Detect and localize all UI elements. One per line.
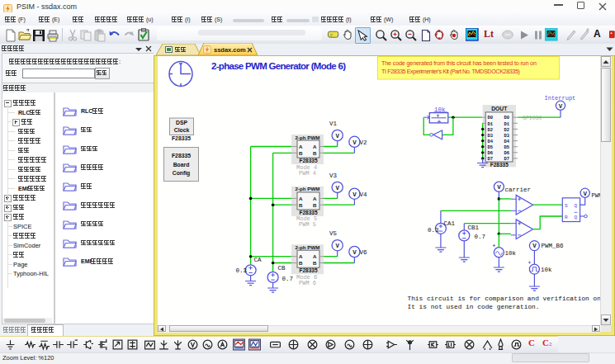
svg-text:B: B xyxy=(299,260,303,266)
svg-text:V: V xyxy=(352,191,357,198)
svg-text:D3: D3 xyxy=(504,133,510,139)
svg-text:V: V xyxy=(352,139,357,146)
svg-text:V: V xyxy=(583,191,587,197)
svg-text:10k: 10k xyxy=(505,250,517,257)
svg-text:D4: D4 xyxy=(504,139,510,144)
svg-text:A: A xyxy=(313,253,317,259)
svg-text:D2: D2 xyxy=(488,127,494,133)
svg-text:F28335: F28335 xyxy=(172,135,191,141)
svg-text:F28335: F28335 xyxy=(299,267,317,273)
svg-text:A: A xyxy=(313,144,317,149)
svg-text:A: A xyxy=(313,196,317,201)
svg-text:V5: V5 xyxy=(329,230,338,237)
svg-text:PWM 6: PWM 6 xyxy=(299,280,316,286)
svg-text:CB1: CB1 xyxy=(468,225,480,231)
svg-text:V3: V3 xyxy=(329,173,338,179)
svg-text:D6: D6 xyxy=(488,150,494,156)
svg-text:PWM 5: PWM 5 xyxy=(299,221,316,228)
svg-text:A: A xyxy=(299,144,303,149)
svg-text:2-ph PWM: 2-ph PWM xyxy=(296,135,320,140)
svg-text:D5: D5 xyxy=(488,144,494,150)
svg-text:PWM_B6: PWM_B6 xyxy=(542,243,565,249)
svg-text:This circuit is for comparison: This circuit is for comparison and verif… xyxy=(408,295,601,302)
svg-text:B: B xyxy=(313,260,317,266)
svg-text:S: S xyxy=(565,203,568,209)
svg-text:V1: V1 xyxy=(329,121,338,127)
svg-text:V2: V2 xyxy=(360,139,367,146)
svg-text:A: A xyxy=(299,253,303,259)
svg-text:B: B xyxy=(299,202,303,208)
svg-text:D4: D4 xyxy=(488,139,494,144)
svg-text:TI F28335 Experimenter's Kit (: TI F28335 Experimenter's Kit (Part No. T… xyxy=(381,68,520,75)
svg-text:B: B xyxy=(313,202,317,208)
svg-text:0.7: 0.7 xyxy=(475,234,486,240)
svg-text:V: V xyxy=(335,133,339,139)
svg-text:F28335: F28335 xyxy=(299,158,317,163)
svg-text:V: V xyxy=(559,103,563,110)
svg-text:PWM 4: PWM 4 xyxy=(299,170,316,177)
svg-text:D1: D1 xyxy=(488,121,494,127)
svg-text:CA1: CA1 xyxy=(444,220,456,227)
svg-text:CB: CB xyxy=(278,265,286,272)
svg-text:10k: 10k xyxy=(541,267,552,273)
svg-text:V6: V6 xyxy=(360,249,368,256)
svg-text:D3: D3 xyxy=(488,133,494,139)
svg-text:V: V xyxy=(497,184,501,191)
svg-text:A: A xyxy=(299,196,303,201)
svg-text:2-phase PWM Generator (Mode 6): 2-phase PWM Generator (Mode 6) xyxy=(211,61,346,71)
svg-text:PWM_6: PWM_6 xyxy=(592,192,600,199)
svg-text:F28335: F28335 xyxy=(299,210,317,215)
svg-text:Q: Q xyxy=(575,215,578,220)
svg-text:0.7: 0.7 xyxy=(282,276,294,282)
svg-text:It is not used in code generat: It is not used in code generation. xyxy=(408,304,540,310)
svg-text:0.3: 0.3 xyxy=(428,227,439,234)
svg-text:CA: CA xyxy=(254,257,263,263)
svg-text:V4: V4 xyxy=(360,191,368,198)
svg-text:V: V xyxy=(352,249,357,256)
svg-text:0.3: 0.3 xyxy=(236,267,248,274)
svg-text:D1: D1 xyxy=(504,121,510,127)
svg-text:2-ph PWM: 2-ph PWM xyxy=(296,186,320,191)
svg-text:D2: D2 xyxy=(504,127,510,133)
svg-text:D6: D6 xyxy=(504,150,510,156)
svg-text:Q: Q xyxy=(575,203,578,209)
svg-text:R: R xyxy=(565,215,568,220)
svg-text:B: B xyxy=(299,150,303,156)
svg-text:Board: Board xyxy=(173,162,190,168)
svg-text:V: V xyxy=(532,243,537,249)
svg-text:The code generated from this c: The code generated from this circuit has… xyxy=(381,59,537,67)
svg-text:Config: Config xyxy=(173,170,191,177)
svg-text:DSP: DSP xyxy=(176,120,187,125)
svg-text:carrier: carrier xyxy=(505,187,532,193)
svg-text:V: V xyxy=(335,243,339,249)
svg-text:GPIO30: GPIO30 xyxy=(523,116,542,121)
svg-text:DOUT: DOUT xyxy=(491,106,508,111)
svg-text:Clock: Clock xyxy=(174,127,190,133)
svg-text:Interrupt: Interrupt xyxy=(545,95,576,102)
svg-text:2-ph PWM: 2-ph PWM xyxy=(296,244,320,250)
svg-text:10k: 10k xyxy=(434,106,446,113)
svg-text:D5: D5 xyxy=(504,144,510,150)
svg-text:B: B xyxy=(313,150,317,156)
svg-text:F28335: F28335 xyxy=(490,162,509,168)
svg-text:V: V xyxy=(335,185,339,191)
svg-text:F28335: F28335 xyxy=(172,153,191,158)
svg-text:D0: D0 xyxy=(488,115,494,121)
svg-text:D0: D0 xyxy=(504,115,510,121)
